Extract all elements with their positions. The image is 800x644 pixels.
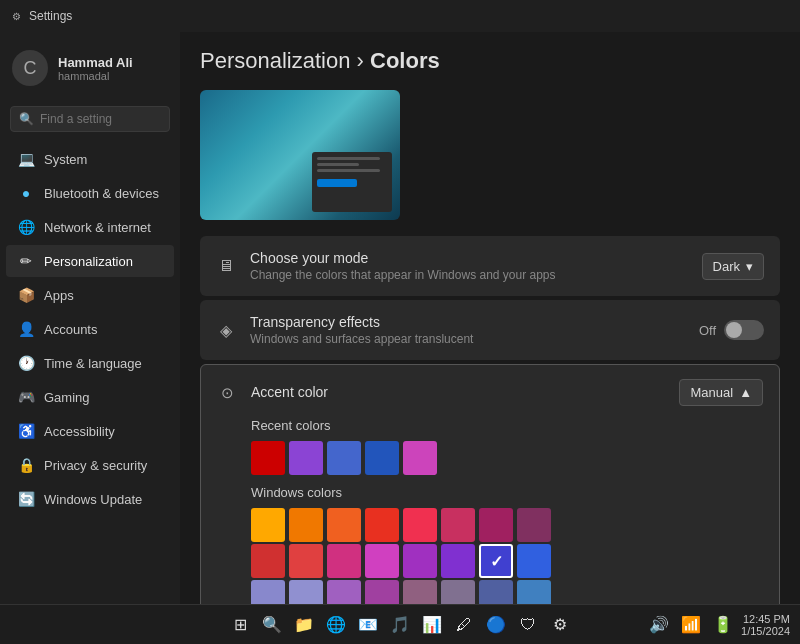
title-bar: ⚙ Settings — [0, 0, 800, 32]
nav-label-system: System — [44, 152, 87, 167]
user-name: Hammad Ali — [58, 55, 133, 70]
mode-control[interactable]: Dark ▾ — [702, 253, 764, 280]
nav-label-accounts: Accounts — [44, 322, 97, 337]
windows-color-swatch-1-4[interactable] — [403, 544, 437, 578]
windows-color-swatch-0-0[interactable] — [251, 508, 285, 542]
accent-icon: ⊙ — [217, 384, 237, 402]
user-info: Hammad Ali hammadal — [58, 55, 133, 82]
taskbar-edge-icon[interactable]: 🌐 — [322, 611, 350, 639]
nav-item-accounts[interactable]: 👤 Accounts — [6, 313, 174, 345]
breadcrumb-current: Colors — [370, 48, 440, 73]
recent-color-swatch-2[interactable] — [327, 441, 361, 475]
transparency-info: Transparency effects Windows and surface… — [250, 314, 685, 346]
windows-color-swatch-0-7[interactable] — [517, 508, 551, 542]
privacy-icon: 🔒 — [18, 457, 34, 473]
taskbar-volume-icon[interactable]: 🔊 — [645, 611, 673, 639]
windows-color-swatch-2-0[interactable] — [251, 580, 285, 604]
nav-item-personalization[interactable]: ✏ Personalization — [6, 245, 174, 277]
windows-color-swatch-1-3[interactable] — [365, 544, 399, 578]
nav-item-update[interactable]: 🔄 Windows Update — [6, 483, 174, 515]
preview-window — [312, 152, 392, 212]
windows-color-swatch-1-7[interactable] — [517, 544, 551, 578]
windows-color-swatch-2-4[interactable] — [403, 580, 437, 604]
taskbar-clock[interactable]: 12:45 PM 1/15/2024 — [741, 613, 790, 637]
windows-color-swatch-0-1[interactable] — [289, 508, 323, 542]
windows-color-row-2 — [251, 580, 763, 604]
search-box[interactable]: 🔍 — [10, 106, 170, 132]
sidebar-user[interactable]: C Hammad Ali hammadal — [0, 40, 180, 96]
taskbar-right: 🔊 📶 🔋 12:45 PM 1/15/2024 — [645, 611, 790, 639]
accent-value: Manual — [690, 385, 733, 400]
mode-dropdown[interactable]: Dark ▾ — [702, 253, 764, 280]
taskbar-spotify-icon[interactable]: 🎵 — [386, 611, 414, 639]
windows-color-swatch-1-1[interactable] — [289, 544, 323, 578]
taskbar-center: ⊞ 🔍 📁 🌐 📧 🎵 📊 🖊 🔵 🛡 ⚙ — [226, 611, 574, 639]
windows-color-swatch-0-4[interactable] — [403, 508, 437, 542]
windows-color-swatch-1-6[interactable] — [479, 544, 513, 578]
taskbar-mail-icon[interactable]: 📧 — [354, 611, 382, 639]
windows-colors-label: Windows colors — [251, 485, 763, 500]
windows-color-swatch-1-0[interactable] — [251, 544, 285, 578]
nav-label-gaming: Gaming — [44, 390, 90, 405]
taskbar-notes-icon[interactable]: 🖊 — [450, 611, 478, 639]
accent-header: ⊙ Accent color Manual ▲ — [217, 379, 763, 406]
transparency-toggle[interactable] — [724, 320, 764, 340]
taskbar-search-icon[interactable]: 🔍 — [258, 611, 286, 639]
windows-color-swatch-0-2[interactable] — [327, 508, 361, 542]
bluetooth-icon: ● — [18, 185, 34, 201]
user-email: hammadal — [58, 70, 133, 82]
accent-dropdown[interactable]: Manual ▲ — [679, 379, 763, 406]
mode-icon: 🖥 — [216, 257, 236, 275]
update-icon: 🔄 — [18, 491, 34, 507]
nav-item-privacy[interactable]: 🔒 Privacy & security — [6, 449, 174, 481]
accent-title: Accent color — [251, 384, 328, 400]
windows-color-swatch-2-5[interactable] — [441, 580, 475, 604]
windows-color-swatch-2-6[interactable] — [479, 580, 513, 604]
windows-color-swatch-2-7[interactable] — [517, 580, 551, 604]
search-input[interactable] — [40, 112, 161, 126]
search-icon: 🔍 — [19, 112, 34, 126]
mode-value: Dark — [713, 259, 740, 274]
taskbar-wifi-icon[interactable]: 📶 — [677, 611, 705, 639]
nav-item-time[interactable]: 🕐 Time & language — [6, 347, 174, 379]
taskbar-files-icon[interactable]: 📁 — [290, 611, 318, 639]
windows-color-swatch-1-2[interactable] — [327, 544, 361, 578]
windows-color-swatch-2-3[interactable] — [365, 580, 399, 604]
settings-icon: ⚙ — [12, 11, 21, 22]
recent-color-swatch-3[interactable] — [365, 441, 399, 475]
recent-color-swatch-4[interactable] — [403, 441, 437, 475]
apps-icon: 📦 — [18, 287, 34, 303]
recent-color-swatch-0[interactable] — [251, 441, 285, 475]
preview-line-2 — [317, 163, 359, 166]
windows-color-row-0 — [251, 508, 763, 542]
windows-color-swatch-2-2[interactable] — [327, 580, 361, 604]
nav-item-accessibility[interactable]: ♿ Accessibility — [6, 415, 174, 447]
windows-colors-grid — [251, 508, 763, 604]
taskbar-settings-icon[interactable]: ⚙ — [546, 611, 574, 639]
taskbar-excel-icon[interactable]: 📊 — [418, 611, 446, 639]
recent-color-swatch-1[interactable] — [289, 441, 323, 475]
nav-item-system[interactable]: 💻 System — [6, 143, 174, 175]
transparency-icon: ◈ — [216, 321, 236, 340]
taskbar-start-button[interactable]: ⊞ — [226, 611, 254, 639]
windows-color-swatch-0-3[interactable] — [365, 508, 399, 542]
nav-label-bluetooth: Bluetooth & devices — [44, 186, 159, 201]
taskbar-time-value: 12:45 PM — [741, 613, 790, 625]
windows-color-swatch-0-5[interactable] — [441, 508, 475, 542]
colors-section: Recent colors Windows colors — [217, 418, 763, 604]
personalization-icon: ✏ — [18, 253, 34, 269]
nav-item-network[interactable]: 🌐 Network & internet — [6, 211, 174, 243]
nav-item-gaming[interactable]: 🎮 Gaming — [6, 381, 174, 413]
windows-color-swatch-2-1[interactable] — [289, 580, 323, 604]
windows-color-swatch-1-5[interactable] — [441, 544, 475, 578]
taskbar-shield-icon[interactable]: 🛡 — [514, 611, 542, 639]
accent-control[interactable]: Manual ▲ — [679, 379, 763, 406]
nav-item-apps[interactable]: 📦 Apps — [6, 279, 174, 311]
title-bar-text: Settings — [29, 9, 72, 23]
sidebar: C Hammad Ali hammadal 🔍 💻 System ● Bluet… — [0, 32, 180, 604]
system-icon: 💻 — [18, 151, 34, 167]
taskbar-battery-icon[interactable]: 🔋 — [709, 611, 737, 639]
nav-item-bluetooth[interactable]: ● Bluetooth & devices — [6, 177, 174, 209]
windows-color-swatch-0-6[interactable] — [479, 508, 513, 542]
taskbar-teams-icon[interactable]: 🔵 — [482, 611, 510, 639]
